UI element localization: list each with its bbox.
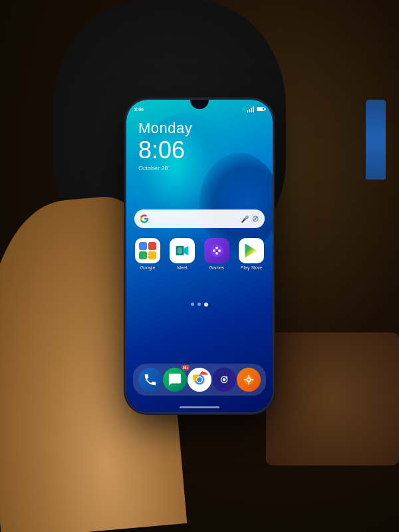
app-item-google[interactable]: Google (133, 238, 162, 270)
page-dot-1 (191, 303, 194, 306)
svg-rect-24 (248, 382, 249, 385)
app-item-games[interactable]: Games (202, 238, 231, 270)
chrome-dock-icon[interactable] (188, 368, 211, 392)
page-dot-2 (198, 303, 201, 306)
games-app-label: Games (209, 265, 225, 270)
google-logo (140, 214, 149, 223)
signal-bar-1 (247, 110, 248, 112)
dock-item-files[interactable] (237, 368, 261, 392)
status-time: 8:06 (134, 107, 144, 112)
svg-point-22 (247, 378, 250, 381)
phone-dock-icon[interactable] (138, 368, 162, 392)
meet-app-label: Meet (177, 265, 188, 270)
messages-badge: 99+ (182, 365, 190, 370)
files-dock-icon[interactable] (237, 368, 261, 392)
dock-item-chrome[interactable] (188, 368, 211, 392)
messages-dock-icon[interactable]: 99+ (163, 368, 187, 392)
svg-rect-25 (243, 379, 246, 380)
battery-icon (257, 107, 265, 111)
playstore-app-label: Play Store (241, 265, 262, 270)
signal-bar-2 (249, 109, 250, 112)
battery-fill (257, 108, 263, 110)
phone-wrapper: 8:06 Monday (126, 100, 273, 412)
games-app-icon[interactable] (204, 238, 229, 263)
page-dot-3 (204, 303, 208, 307)
phone-screen: 8:06 Monday (126, 100, 273, 412)
svg-point-2 (253, 217, 255, 218)
svg-rect-23 (248, 375, 249, 378)
meet-app-icon[interactable] (170, 238, 195, 263)
app-item-meet[interactable]: Meet (168, 238, 197, 270)
home-indicator[interactable] (180, 406, 219, 408)
time-display: 8:06 (138, 137, 273, 164)
svg-point-15 (197, 377, 202, 382)
background-table (266, 332, 399, 466)
app-dock: 99+ (133, 364, 266, 396)
svg-point-19 (225, 376, 227, 378)
svg-point-10 (215, 252, 218, 255)
date-display: October 28 (138, 165, 273, 172)
lens-icon[interactable] (251, 215, 259, 223)
svg-point-8 (218, 249, 221, 252)
svg-point-7 (213, 249, 215, 252)
app-item-playstore[interactable]: Play Store (237, 238, 266, 270)
svg-point-4 (253, 219, 255, 221)
active-indicator (243, 108, 245, 110)
svg-rect-26 (251, 379, 253, 380)
google-search-bar[interactable]: 🎤 (134, 209, 265, 228)
svg-rect-5 (178, 247, 182, 253)
mic-icon[interactable]: 🎤 (241, 215, 249, 223)
signal-bar-4 (253, 106, 254, 112)
camera-dock-icon[interactable] (212, 368, 236, 392)
google-app-icon[interactable] (135, 238, 160, 263)
svg-point-3 (256, 217, 257, 218)
playstore-app-icon[interactable] (239, 238, 264, 263)
google-app-label: Google (140, 265, 156, 270)
svg-point-1 (255, 218, 257, 220)
svg-point-11 (216, 250, 218, 252)
phone: 8:06 Monday (126, 100, 273, 412)
page-dots (126, 303, 273, 307)
signal-bars (247, 106, 254, 112)
app-grid: Google Meet (126, 238, 273, 270)
dock-item-messages[interactable]: 99+ (163, 368, 187, 392)
clock-area: Monday 8:06 October 28 (126, 120, 273, 172)
background-bottle (366, 100, 386, 180)
svg-point-9 (215, 247, 218, 249)
battery-tip (265, 108, 266, 110)
status-icons (243, 106, 265, 112)
dock-item-camera[interactable] (212, 368, 236, 392)
day-display: Monday (138, 120, 273, 137)
dock-item-phone[interactable] (138, 368, 162, 392)
signal-bar-3 (251, 108, 252, 112)
svg-point-18 (222, 378, 225, 382)
